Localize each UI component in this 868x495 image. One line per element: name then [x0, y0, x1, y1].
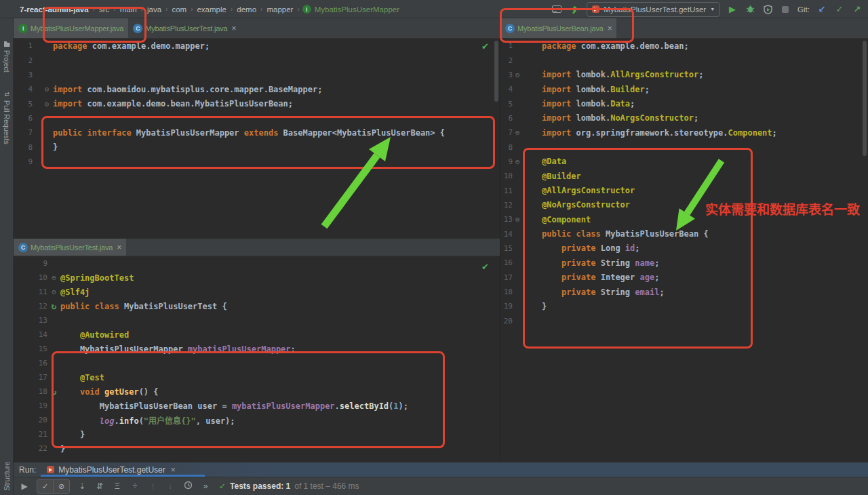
code-line: 15 MybatisPlusUserMapper mybatisPlusUser…	[14, 342, 500, 356]
code-text: import lombok.NoArgsConstructor;	[542, 113, 698, 123]
git-push-icon[interactable]: ↗	[852, 4, 863, 15]
sort-alphabetically-icon[interactable]: ⇣	[77, 481, 87, 491]
tab-bar: C MybatisPlusUserBean.java ×	[500, 18, 868, 39]
expand-all-icon[interactable]: Ξ	[112, 481, 123, 491]
line-number: 1	[14, 41, 33, 50]
code-line: 19 MybatisPlusUserBean user = mybatisPlu…	[14, 399, 500, 413]
code-text: import org.springframework.stereotype.Co…	[542, 128, 777, 138]
line-number: 8	[14, 143, 33, 152]
code-line: 12↻public class MybatisPlusUserTest {	[14, 299, 500, 313]
code-line: 15 private Long id;	[500, 241, 868, 256]
breadcrumb-item[interactable]: main	[119, 5, 138, 14]
code-line: 11@AllArgsConstructor	[500, 183, 868, 197]
tool-windows-icon[interactable]	[551, 4, 562, 15]
code-editor-test[interactable]: 910⊖@SpringBootTest11⊖@Slf4j12↻public cl…	[14, 256, 500, 462]
previous-occurrence-icon[interactable]: ↑	[147, 481, 158, 491]
show-ignored-toggle[interactable]: ⊘	[53, 480, 69, 493]
next-occurrence-icon[interactable]: ↓	[165, 481, 176, 491]
line-number: 8	[500, 143, 513, 152]
run-configuration-select[interactable]: MybatisPlusUserTest.getUser ▼	[587, 2, 720, 17]
code-line: 14 @Autowired	[14, 328, 500, 342]
line-number: 20	[14, 416, 47, 424]
code-line: 22}	[14, 441, 500, 456]
test-history-icon[interactable]	[182, 481, 193, 492]
code-text: public class MybatisPlusUserTest {	[60, 302, 227, 311]
tests-passed-detail: of 1 test – 466 ms	[294, 481, 359, 491]
breadcrumb-item[interactable]: mapper	[265, 5, 294, 14]
scrollbar-thumb[interactable]	[863, 41, 867, 156]
code-line: 3⊖import lombok.AllArgsConstructor;	[500, 68, 868, 82]
code-line: 1package com.example.demo.bean;	[500, 39, 868, 53]
breadcrumb-separator: ›	[260, 5, 263, 13]
sidebar-item-project[interactable]: Project	[0, 41, 14, 73]
tab-label: MybatisPlusUserTest.java	[145, 24, 227, 33]
code-text: @AllArgsConstructor	[542, 186, 635, 195]
close-icon[interactable]: ×	[117, 243, 121, 252]
more-options-icon[interactable]: »	[200, 481, 211, 491]
sidebar-item-pull-requests[interactable]: ⇅Pull Requests	[0, 92, 14, 144]
breadcrumb-item[interactable]: example	[195, 5, 227, 14]
breadcrumb-item[interactable]: java	[146, 5, 163, 14]
show-passed-toggle[interactable]: ✓	[37, 480, 53, 493]
tab-mybatisplusersertest-java[interactable]: C MybatisPlusUserTest.java ×	[128, 18, 241, 38]
code-text: package com.example.demo.bean;	[542, 41, 689, 51]
code-line: 9⊖@Data	[500, 155, 868, 169]
interface-icon: I	[18, 24, 28, 33]
line-number: 10	[14, 273, 47, 282]
fold-gutter-icon: ⊖	[33, 85, 53, 93]
sort-by-duration-icon[interactable]: ⇵	[94, 481, 105, 491]
line-number: 9	[500, 157, 513, 166]
breadcrumb-current[interactable]: MybatisPlusUserMapper	[313, 5, 401, 14]
run-tab[interactable]: MybatisPlusUserTest.getUser ×	[47, 465, 175, 475]
run-test-gutter-icon[interactable]: ↻	[47, 301, 60, 311]
line-number: 5	[500, 100, 513, 108]
debug-button[interactable]	[745, 4, 755, 15]
sidebar-item-structure[interactable]: Structure	[0, 462, 14, 491]
close-icon[interactable]: ×	[231, 24, 236, 33]
breadcrumb-separator: ›	[296, 5, 300, 13]
scrollbar-thumb[interactable]	[494, 41, 498, 102]
run-with-coverage-button[interactable]	[762, 4, 773, 15]
close-icon[interactable]: ×	[171, 465, 176, 475]
code-line: 2	[500, 53, 868, 67]
class-icon: C	[133, 24, 142, 33]
breadcrumb-item[interactable]: com	[170, 5, 188, 14]
run-button[interactable]: ▶	[727, 4, 738, 15]
breadcrumb-separator: ›	[165, 5, 168, 13]
breadcrumb-separator: ›	[190, 5, 193, 13]
tool-window-stripe: Project ⇅Pull Requests Structure	[0, 18, 14, 495]
code-text: @Test	[60, 373, 104, 382]
close-icon[interactable]: ×	[608, 24, 612, 33]
run-panel-header: Run: MybatisPlusUserTest.getUser ×	[14, 462, 868, 477]
tab-mybatisplususerbean-java[interactable]: C MybatisPlusUserBean.java ×	[500, 18, 616, 38]
build-hammer-icon[interactable]	[569, 4, 580, 15]
code-text: import lombok.Builder;	[542, 85, 650, 94]
code-line: 10⊖@SpringBootTest	[14, 271, 500, 285]
tab-mybatisplususermapper-java[interactable]: I MybatisPlusUserMapper.java	[14, 18, 128, 38]
code-editor-bean[interactable]: 1package com.example.demo.bean;23⊖import…	[500, 39, 868, 462]
run-label: Run:	[19, 465, 36, 475]
code-text: }	[60, 430, 85, 439]
line-number: 12	[14, 302, 47, 311]
editor-pane-bean: C MybatisPlusUserBean.java × 1package co…	[500, 18, 868, 462]
line-number: 11	[500, 186, 513, 195]
git-commit-icon[interactable]: ✓	[834, 4, 845, 15]
rerun-tests-button[interactable]: ▶	[19, 481, 30, 491]
line-number: 13	[500, 215, 513, 224]
breadcrumb: 7-react-admin-java›src›main›java›com›exa…	[18, 0, 401, 18]
line-number: 10	[500, 172, 513, 180]
code-text: }	[53, 142, 58, 152]
tab-mybatisplusersertest-java-bottom[interactable]: C MybatisPlusUserTest.java ×	[14, 239, 126, 256]
code-editor-mapper[interactable]: 1package com.example.demo.mapper;234⊖imp…	[14, 39, 500, 239]
run-test-gutter-icon[interactable]: ↻	[47, 387, 60, 397]
code-text: @SpringBootTest	[60, 273, 134, 283]
tab-label: MybatisPlusUserBean.java	[517, 24, 604, 33]
line-number: 3	[14, 71, 33, 79]
git-update-icon[interactable]: ↙	[816, 4, 827, 15]
breadcrumb-item[interactable]: src	[98, 5, 111, 14]
breadcrumb-separator: ›	[140, 5, 144, 13]
stop-button[interactable]	[780, 4, 791, 15]
breadcrumb-item[interactable]: demo	[235, 5, 258, 14]
collapse-all-icon[interactable]: ÷	[130, 481, 140, 491]
breadcrumb-item[interactable]: 7-react-admin-java	[18, 5, 90, 14]
